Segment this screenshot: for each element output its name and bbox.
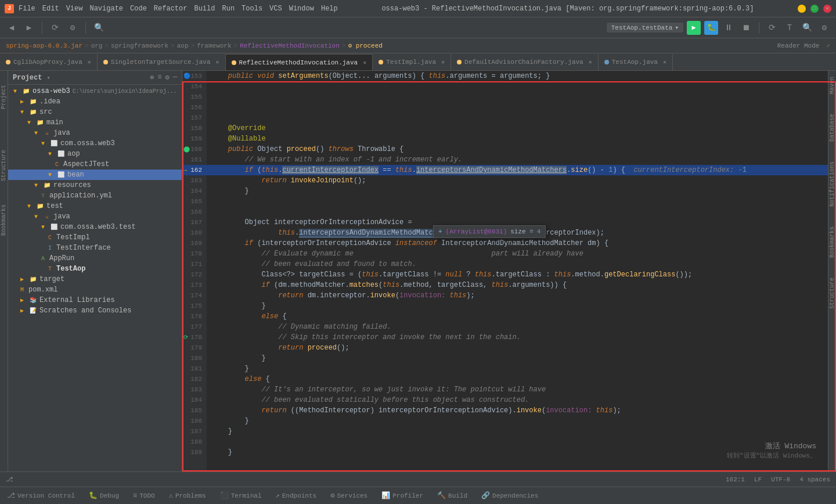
- minimize-button[interactable]: —: [798, 5, 806, 13]
- structure-right-panel-label[interactable]: Structure: [828, 274, 836, 312]
- menu-tools[interactable]: Tools: [242, 5, 262, 13]
- notifications-panel-label[interactable]: Notifications: [828, 158, 836, 210]
- sidebar-dropdown[interactable]: ▾: [46, 74, 50, 81]
- tab-close-btn[interactable]: ✕: [663, 59, 666, 66]
- tab-close-btn[interactable]: ✕: [363, 59, 366, 66]
- todo-btn[interactable]: ≡ TODO: [131, 491, 157, 501]
- version-control-btn[interactable]: ⎇ Version Control: [5, 490, 77, 501]
- bc-jar[interactable]: spring-aop-6.0.3.jar: [6, 42, 82, 49]
- tab-testimpl[interactable]: TestImpl.java ✕: [373, 54, 451, 70]
- tree-testinterface[interactable]: I TestInterface: [8, 243, 182, 253]
- close-button[interactable]: ✕: [823, 5, 831, 13]
- terminal-btn[interactable]: ⬛ Terminal: [218, 490, 264, 501]
- reader-mode-btn[interactable]: Reader Mode: [777, 42, 820, 49]
- tree-app-yml[interactable]: Y application.yml: [8, 190, 182, 201]
- menu-vcs[interactable]: VCS: [269, 5, 282, 13]
- maximize-button[interactable]: □: [810, 5, 819, 13]
- debug-button[interactable]: 🐛: [704, 21, 718, 35]
- code-editor[interactable]: 153 🔵 154 155 156 157 158 159 160 ⬤ 161 …: [182, 71, 836, 471]
- run-config-selector[interactable]: TestAop.testData ▾: [607, 23, 683, 33]
- code-content[interactable]: public void setArguments (Object... argu…: [207, 71, 828, 471]
- bookmarks-panel-label[interactable]: Bookmarks: [0, 202, 8, 238]
- breakpoint-icon[interactable]: 🔵: [183, 73, 190, 80]
- tree-aspectjtest[interactable]: C AspectJTest: [8, 159, 182, 170]
- tree-test-package[interactable]: ▼ ⬜ com.ossa.web3.test: [8, 222, 182, 232]
- structure-panel-label[interactable]: Structure: [0, 147, 8, 183]
- menu-file[interactable]: File: [19, 5, 35, 13]
- window-controls[interactable]: — □ ✕: [798, 5, 831, 13]
- run-button[interactable]: ▶: [687, 21, 701, 35]
- tooltip-expand-icon[interactable]: +: [438, 228, 442, 235]
- toolbar-translate-btn[interactable]: T: [783, 21, 797, 35]
- tree-resources[interactable]: ▼ 📁 resources: [8, 180, 182, 190]
- menu-edit[interactable]: Edit: [42, 5, 59, 13]
- problems-btn[interactable]: ⚠ Problems: [167, 490, 208, 501]
- menu-code[interactable]: Code: [130, 5, 147, 13]
- toolbar-refresh-btn[interactable]: ⟳: [48, 21, 62, 35]
- tree-bean[interactable]: ▼ ⬜ bean: [8, 170, 182, 180]
- menu-run[interactable]: Run: [222, 5, 235, 13]
- endpoints-btn[interactable]: ↗ Endpoints: [273, 490, 319, 501]
- menu-view[interactable]: View: [66, 5, 83, 13]
- tab-reflective[interactable]: ReflectiveMethodInvocation.java ✕: [226, 54, 373, 70]
- bc-method[interactable]: ⚙ proceed: [348, 42, 382, 49]
- dependencies-btn[interactable]: 🔗 Dependencies: [479, 490, 540, 501]
- tree-root[interactable]: ▼ 📁 ossa-web3 C:\Users\sunjinxin\IdeaPro…: [8, 86, 182, 96]
- toolbar-extra-btn[interactable]: ⟳: [765, 21, 779, 35]
- tree-ext-libs[interactable]: ▶ 📚 External Libraries: [8, 295, 182, 305]
- tree-aop[interactable]: ▼ ⬜ aop: [8, 149, 182, 159]
- sidebar-layout-icon[interactable]: ≡: [157, 73, 161, 82]
- tree-test-java[interactable]: ▼ ☕ java: [8, 211, 182, 222]
- menu-window[interactable]: Window: [289, 5, 314, 13]
- menu-refactor[interactable]: Refactor: [154, 5, 188, 13]
- tab-singleton[interactable]: SingletonTargetSource.java ✕: [98, 54, 226, 70]
- tree-apprun[interactable]: A AppRun: [8, 253, 182, 264]
- toolbar-settings-btn[interactable]: ⚙: [66, 21, 80, 35]
- toolbar-search2-btn[interactable]: 🔍: [800, 21, 814, 35]
- tree-com-ossa[interactable]: ▼ ⬜ com.ossa.web3: [8, 138, 182, 149]
- project-panel-label[interactable]: Project: [0, 82, 8, 111]
- toolbar-coverage-btn[interactable]: ⏸: [722, 21, 736, 35]
- tree-scratches[interactable]: ▶ 📝 Scratches and Consoles: [8, 305, 182, 316]
- debug-tooltip[interactable]: + (ArrayList@6931) size = 4: [433, 225, 546, 238]
- bc-aop[interactable]: aop: [177, 42, 189, 49]
- menu-build[interactable]: Build: [194, 5, 215, 13]
- tree-idea[interactable]: ▶ 📁 .idea: [8, 96, 182, 107]
- services-btn[interactable]: ⚙ Services: [328, 490, 370, 501]
- sidebar-actions[interactable]: ⊕ ≡ ⚙ —: [150, 73, 177, 82]
- sidebar-locate-icon[interactable]: ⊕: [150, 73, 154, 82]
- tab-close-btn[interactable]: ✕: [216, 59, 219, 66]
- toolbar-search-btn[interactable]: 🔍: [92, 21, 106, 35]
- gutter-icons[interactable]: ⬤: [183, 146, 190, 153]
- tree-src[interactable]: ▼ 📁 src: [8, 107, 182, 117]
- bc-class[interactable]: ReflectiveMethodInvocation: [240, 42, 340, 49]
- tree-testimpl[interactable]: C TestImpl: [8, 232, 182, 243]
- maven-panel-label[interactable]: Maven: [828, 73, 836, 98]
- gutter-refresh[interactable]: ⟳: [183, 334, 188, 341]
- profiler-btn[interactable]: 📊 Profiler: [379, 490, 426, 501]
- tree-main-java[interactable]: ▼ ☕ java: [8, 128, 182, 138]
- tab-close-btn[interactable]: ✕: [589, 59, 592, 66]
- menu-bar[interactable]: File Edit View Navigate Code Refactor Bu…: [19, 5, 338, 13]
- tab-testaop[interactable]: TestAop.java ✕: [599, 54, 673, 70]
- tab-cglib[interactable]: CglibAopProxy.java ✕: [0, 54, 98, 70]
- bc-framework[interactable]: framework: [197, 42, 231, 49]
- tree-testaop[interactable]: T TestAop: [8, 264, 182, 274]
- tree-pom[interactable]: M pom.xml: [8, 285, 182, 295]
- debug-btn[interactable]: 🐛 Debug: [87, 490, 121, 501]
- tree-test[interactable]: ▼ 📁 test: [8, 201, 182, 211]
- tree-target[interactable]: ▶ 📁 target: [8, 274, 182, 285]
- tab-close-btn[interactable]: ✕: [88, 59, 91, 66]
- sidebar-collapse-icon[interactable]: —: [173, 73, 177, 82]
- bc-springframework[interactable]: springframework: [111, 42, 168, 49]
- tab-close-btn[interactable]: ✕: [441, 59, 445, 66]
- sidebar-gear-icon[interactable]: ⚙: [165, 73, 170, 82]
- editor-content[interactable]: 153 🔵 154 155 156 157 158 159 160 ⬤ 161 …: [182, 71, 836, 471]
- bookmarks-right-panel-label[interactable]: Bookmarks: [828, 223, 836, 261]
- bc-org[interactable]: org: [91, 42, 103, 49]
- menu-navigate[interactable]: Navigate: [89, 5, 123, 13]
- build-btn[interactable]: 🔨 Build: [435, 490, 470, 501]
- tab-defaultadvisor[interactable]: DefaultAdvisorChainFactory.java ✕: [451, 54, 599, 70]
- menu-help[interactable]: Help: [321, 5, 338, 13]
- toolbar-forward-btn[interactable]: ▶: [22, 21, 36, 35]
